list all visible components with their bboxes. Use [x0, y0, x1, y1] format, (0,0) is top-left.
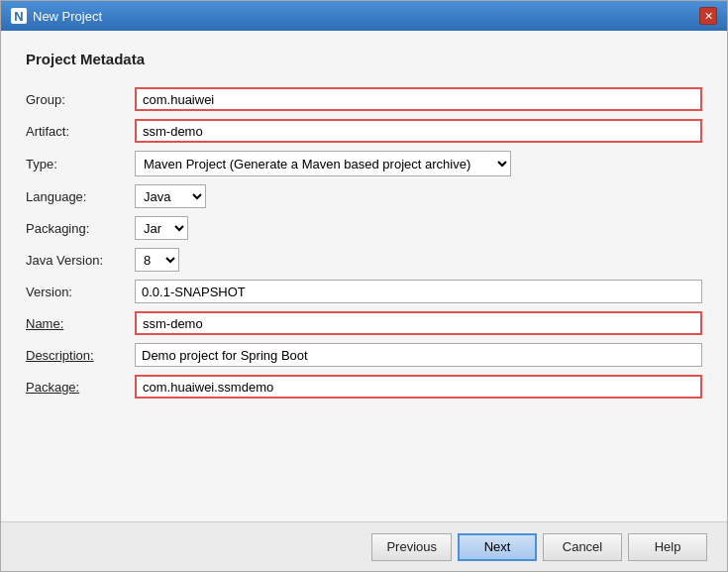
artifact-input[interactable]: [135, 119, 702, 143]
description-wrap: [135, 339, 702, 371]
section-title: Project Metadata: [26, 51, 702, 67]
previous-button[interactable]: Previous: [371, 533, 452, 561]
name-label: Name:: [26, 311, 135, 336]
packaging-select[interactable]: Jar War: [135, 216, 188, 240]
type-select[interactable]: Maven Project (Generate a Maven based pr…: [135, 151, 511, 176]
name-wrap: [135, 307, 702, 339]
java-version-label: Java Version:: [26, 248, 135, 273]
type-label: Type:: [26, 152, 135, 176]
new-project-dialog: N New Project ✕ Project Metadata Group: …: [0, 0, 728, 572]
description-label: Description:: [26, 343, 135, 368]
name-input[interactable]: [135, 311, 702, 335]
dialog-footer: Previous Next Cancel Help: [1, 521, 727, 571]
language-wrap: Java Kotlin Groovy: [135, 180, 702, 212]
description-input[interactable]: [135, 343, 702, 367]
cancel-button[interactable]: Cancel: [543, 533, 622, 561]
artifact-wrap: [135, 115, 702, 147]
dialog-content: Project Metadata Group: Artifact: Type: …: [1, 31, 727, 521]
version-label: Version:: [26, 280, 135, 304]
group-label: Group:: [26, 87, 135, 112]
app-icon: N: [11, 8, 27, 24]
packaging-label: Packaging:: [26, 216, 135, 241]
language-select[interactable]: Java Kotlin Groovy: [135, 184, 206, 208]
package-input[interactable]: [135, 375, 702, 399]
version-input[interactable]: [135, 280, 702, 303]
group-input[interactable]: [135, 87, 702, 111]
type-wrap: Maven Project (Generate a Maven based pr…: [135, 147, 702, 180]
packaging-wrap: Jar War: [135, 212, 702, 244]
next-button[interactable]: Next: [458, 533, 537, 561]
java-version-select[interactable]: 8 11 17: [135, 248, 179, 272]
language-label: Language:: [26, 184, 135, 209]
dialog-title: New Project: [33, 9, 102, 24]
help-button[interactable]: Help: [628, 533, 707, 561]
form-grid: Group: Artifact: Type: Maven Project (Ge…: [26, 83, 702, 402]
package-wrap: [135, 371, 702, 402]
group-wrap: [135, 83, 702, 115]
package-label: Package:: [26, 375, 135, 400]
close-button[interactable]: ✕: [699, 7, 717, 25]
artifact-label: Artifact:: [26, 119, 135, 144]
title-bar-left: N New Project: [11, 8, 102, 24]
java-version-wrap: 8 11 17: [135, 244, 702, 276]
version-wrap: [135, 276, 702, 307]
title-bar: N New Project ✕: [1, 1, 727, 31]
